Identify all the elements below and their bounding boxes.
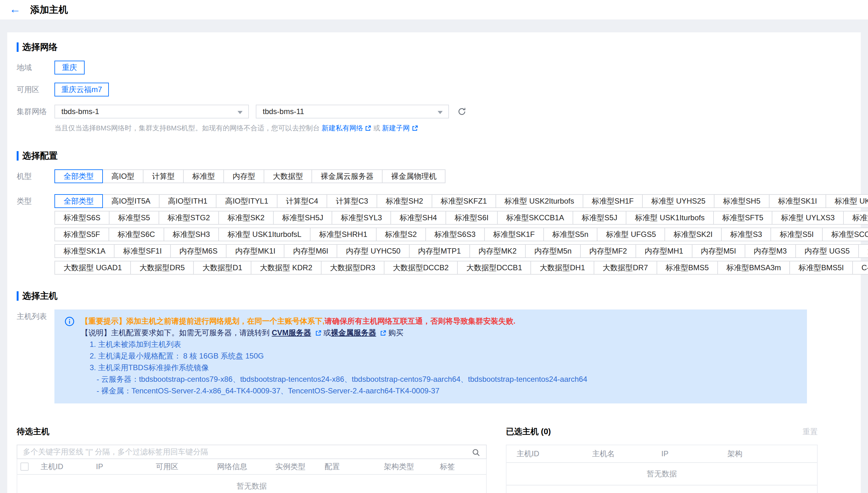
instance-type-chip[interactable]: 标准型 UKGS5 [826,194,868,208]
instance-type-chip[interactable]: 标准型S5J [572,211,626,225]
instance-type-chip[interactable]: 标准型 UYHS25 [642,194,714,208]
machine-type-tab[interactable]: 内存型 [223,169,264,183]
instance-type-chip[interactable]: 高IO型ITH1 [159,194,217,208]
instance-type-chip[interactable]: 标准型 UFGS5 [597,228,665,241]
instance-type-chip[interactable]: 标准型SF1I [114,244,171,258]
instance-type-chip[interactable]: 标准型S5I [770,228,823,241]
zone-button[interactable]: 重庆云福m7 [55,83,109,97]
notice-item: 3. 主机采用TBDS标准操作系统镜像 [81,362,798,373]
cvm-link[interactable]: CVM服务器 [272,328,311,337]
machine-type-tab[interactable]: 裸金属物理机 [382,169,445,183]
notice-sub-item: - 裸金属：TencentOS-Server-2.4-x86_64-TK4-00… [81,385,798,396]
instance-type-chip[interactable]: 内存型M6I [284,244,337,258]
instance-type-chip[interactable]: 标准型S5F [55,228,109,241]
instance-type-chip[interactable]: 大数据型DH1 [530,261,594,275]
instance-type-chip[interactable]: 标准型S5 [109,211,159,225]
instance-type-chip[interactable]: 大数据型DCCB2 [384,261,458,275]
refresh-icon[interactable] [457,107,467,116]
machine-type-tab[interactable]: 全部类型 [55,169,103,183]
subnet-select[interactable]: tbds-bms-11 [256,105,449,119]
instance-type-chip[interactable]: 内存型M3 [745,244,796,258]
instance-type-chip[interactable]: 标准型S5n [543,228,598,241]
instance-type-chip[interactable]: 标准型SFT5 [713,211,773,225]
instance-type-chip[interactable]: 大数据型DR7 [594,261,657,275]
instance-type-chip[interactable]: 大数据型DR5 [130,261,194,275]
new-subnet-link[interactable]: 新建子网 [382,124,410,133]
instance-type-chip[interactable]: 大数据型 KDR2 [251,261,322,275]
instance-type-chip[interactable]: 标准型BMSA3m [717,261,790,275]
machine-type-tab[interactable]: 高IO型 [102,169,143,183]
instance-type-chip[interactable]: 高IO型ITYL1 [216,194,277,208]
reset-button[interactable]: 重置 [803,427,817,437]
select-all-checkbox[interactable] [20,463,28,471]
instance-type-chip[interactable]: 标准型 USK1IturbofsL [218,228,310,241]
instance-type-chip[interactable]: 标准型S6C [108,228,164,241]
instance-type-chip[interactable]: 标准型S2 [376,228,426,241]
instance-type-chip[interactable]: 标准型S6S [55,211,109,225]
instance-type-chip[interactable]: 高IO型IT5A [102,194,160,208]
machine-type-tab[interactable]: 标准型 [183,169,224,183]
instance-type-chip[interactable]: 内存型M5n [525,244,581,258]
instance-type-chip[interactable]: 标准型 USK2Iturbofs [496,194,583,208]
instance-type-chip[interactable]: 内存型MF2 [580,244,636,258]
new-vpc-link[interactable]: 新建私有网络 [322,124,363,133]
instance-type-chip[interactable]: 标准型STG2 [159,211,219,225]
instance-type-chip[interactable]: 标准型S3 [721,228,771,241]
instance-type-chip[interactable]: 标准型 USK1Iturbofs [626,211,713,225]
instance-type-chip[interactable]: 标准型SH5 [714,194,769,208]
instance-type-chip[interactable]: 计算型C3 [327,194,377,208]
instance-type-chip[interactable]: 大数据型DR3 [321,261,384,275]
instance-type-chip[interactable]: 标准型SH4 [390,211,446,225]
instance-type-chip[interactable]: 大数据型 UGAD1 [55,261,131,275]
search-icon[interactable] [471,448,480,457]
vpc-select[interactable]: tbds-bms-1 [55,105,249,119]
instance-type-chip[interactable]: 标准型SK2 [218,211,274,225]
instance-type-chip[interactable]: 大数据型DS1 [858,244,868,258]
machine-type-tab[interactable]: 计算型 [143,169,184,183]
instance-type-chip[interactable]: 标准型S6S3 [425,228,485,241]
back-icon[interactable]: ← [9,3,21,15]
bms-link[interactable]: 裸金属服务器 [331,328,376,337]
instance-type-chip[interactable]: 标准型 UYLXS3 [772,211,844,225]
machine-type-tab[interactable]: 大数据型 [264,169,312,183]
instance-type-chip[interactable]: 内存型MH1 [635,244,692,258]
section-config-title: 选择配置 [22,150,58,162]
instance-type-chip[interactable]: 标准型BMS5 [657,261,718,275]
instance-type-chip[interactable]: 标准型SK1I [769,194,826,208]
instance-type-chip[interactable]: 计算型C4 [277,194,327,208]
instance-type-chip[interactable]: 标准型SH2 [377,194,432,208]
instance-type-chip[interactable]: 标准型SH1F [583,194,643,208]
external-link-icon[interactable] [412,125,418,131]
instance-type-chip[interactable]: 内存型MK1I [226,244,284,258]
instance-type-chip[interactable]: 内存型 UYHC50 [337,244,409,258]
instance-type-chip[interactable]: 大数据型D1 [193,261,251,275]
instance-type-chip[interactable]: 全部类型 [55,194,103,208]
instance-type-chip[interactable]: 标准型SK1F [484,228,544,241]
instance-type-chip[interactable]: 标准型SKFZ1 [432,194,496,208]
instance-type-chip[interactable]: 内存型M5I [692,244,745,258]
machine-type-tab[interactable]: 裸金属云服务器 [311,169,383,183]
external-link-icon[interactable] [380,330,386,336]
region-button[interactable]: 重庆 [55,61,85,74]
instance-type-chip[interactable]: 内存型MK2 [469,244,526,258]
instance-type-chip[interactable]: 标准型SH5J [273,211,332,225]
instance-type-chip[interactable]: 标准型SK1A [55,244,115,258]
instance-type-chip[interactable]: 标准型SYL3 [331,211,391,225]
external-link-icon[interactable] [365,125,371,131]
pending-table-header-cell: 可用区 [156,462,217,472]
instance-type-chip[interactable]: 标准型SYL1 [843,211,868,225]
instance-type-chip[interactable]: 内存型 UGS5 [795,244,859,258]
external-link-icon[interactable] [315,330,322,336]
host-search-input[interactable] [17,445,486,458]
instance-type-chip[interactable]: 内存型MTP1 [409,244,470,258]
instance-type-chip[interactable]: C-CG1R-25G [852,261,868,275]
instance-type-chip[interactable]: 标准型SKCCB1A [497,211,573,225]
instance-type-chip[interactable]: 标准型S6I [445,211,498,225]
instance-type-chip[interactable]: 标准型SK2I [664,228,722,241]
instance-type-chip[interactable]: 内存型M6S [170,244,226,258]
instance-type-chip[interactable]: 标准型SH3 [164,228,219,241]
instance-type-chip[interactable]: 标准型SHRH1 [310,228,376,241]
instance-type-chip[interactable]: 标准型BMS5I [789,261,853,275]
instance-type-chip[interactable]: 大数据型DCCB1 [457,261,531,275]
instance-type-chip[interactable]: 标准型SCCB1 [822,228,868,241]
